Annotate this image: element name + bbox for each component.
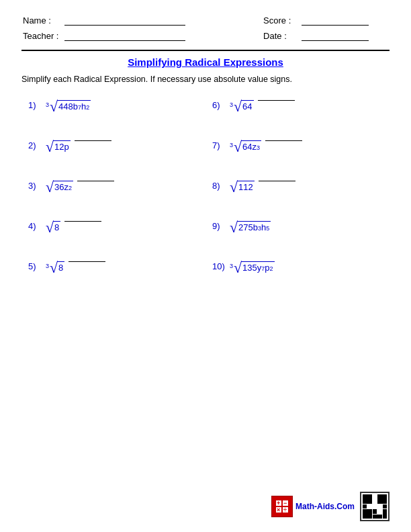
- problem-4: 4) √ 8: [21, 214, 205, 255]
- problem-4-number: 4): [28, 221, 43, 231]
- problem-5-number: 5): [28, 261, 43, 271]
- problem-6-answer: [258, 100, 295, 101]
- problem-6-index: 3: [230, 101, 233, 108]
- problem-2-expr: √ 12p: [46, 140, 71, 155]
- problem-3-expr: √ 36z2: [46, 181, 73, 195]
- problem-8-answer: [259, 181, 295, 181]
- problem-10-expr: 3 √ 135y7p2: [230, 261, 275, 276]
- problem-9-expr: √ 275b3h5: [230, 221, 271, 236]
- problem-3-number: 3): [28, 181, 43, 191]
- worksheet-page: Name : Score : Teacher : Date : Simplify…: [0, 0, 411, 532]
- teacher-underline: [64, 40, 185, 41]
- svg-text:×: ×: [277, 506, 280, 513]
- problem-8-expr: √ 112: [230, 181, 255, 195]
- instructions-text: Simplify each Radical Expression. If nec…: [21, 75, 390, 84]
- problem-7-number: 7): [212, 140, 227, 150]
- svg-text:+: +: [277, 500, 280, 506]
- name-label: Name :: [23, 13, 63, 28]
- brand-text: Math-Aids.Com: [295, 502, 355, 511]
- problem-2-answer: [75, 140, 111, 141]
- problem-3: 3) √ 36z2: [21, 174, 205, 214]
- problem-6: 6) 3 √ 64: [205, 93, 390, 134]
- problem-5-answer: [68, 261, 105, 262]
- footer: + − × ÷ Math-Aids.Com: [271, 492, 390, 521]
- problem-7: 7) 3 √ 64z3: [205, 134, 390, 174]
- name-field: [64, 13, 220, 28]
- problem-5: 5) 3 √ 8: [21, 255, 205, 295]
- problem-6-number: 6): [212, 100, 227, 110]
- problem-2: 2) √ 12p: [21, 134, 205, 174]
- svg-text:−: −: [283, 500, 287, 506]
- problems-grid: 1) 3 √ 448b7h2 6) 3 √ 64 2): [21, 93, 390, 295]
- problem-1-expr: 3 √ 448b7h2: [46, 100, 91, 115]
- problem-10-index: 3: [230, 263, 233, 269]
- problem-5-expr: 3 √ 8: [46, 261, 64, 276]
- problem-5-index: 3: [46, 263, 49, 269]
- problem-9-number: 9): [212, 221, 227, 231]
- problem-8: 8) √ 112: [205, 174, 390, 214]
- date-field: [302, 29, 388, 43]
- problem-7-index: 3: [230, 142, 233, 148]
- date-label: Date :: [263, 29, 300, 43]
- problem-6-expr: 3 √ 64: [230, 100, 254, 115]
- date-underline: [302, 40, 369, 41]
- svg-text:÷: ÷: [283, 506, 287, 513]
- worksheet-title: Simplifying Radical Expressions: [21, 56, 390, 68]
- teacher-field: [64, 29, 220, 43]
- problem-1-number: 1): [28, 100, 43, 110]
- problem-3-answer: [77, 181, 114, 181]
- problem-4-expr: √ 8: [46, 221, 60, 236]
- problem-8-number: 8): [212, 181, 227, 191]
- problem-1-index: 3: [46, 101, 49, 108]
- header-section: Name : Score : Teacher : Date :: [21, 12, 390, 44]
- problem-9: 9) √ 275b3h5: [205, 214, 390, 255]
- problem-1: 1) 3 √ 448b7h2: [21, 93, 205, 134]
- problem-7-expr: 3 √ 64z3: [230, 140, 261, 155]
- problem-10: 10) 3 √ 135y7p2: [205, 255, 390, 295]
- logo-icon: + − × ÷: [271, 496, 293, 517]
- qr-code: [360, 492, 390, 521]
- score-label: Score :: [263, 13, 300, 28]
- score-underline: [302, 25, 369, 26]
- problem-2-number: 2): [28, 140, 43, 150]
- problem-7-answer: [265, 140, 302, 141]
- header-divider: [21, 50, 390, 51]
- problem-4-answer: [64, 221, 101, 222]
- problem-10-number: 10): [212, 261, 227, 271]
- teacher-label: Teacher :: [23, 29, 63, 43]
- score-field: [302, 13, 388, 28]
- name-underline: [64, 25, 185, 26]
